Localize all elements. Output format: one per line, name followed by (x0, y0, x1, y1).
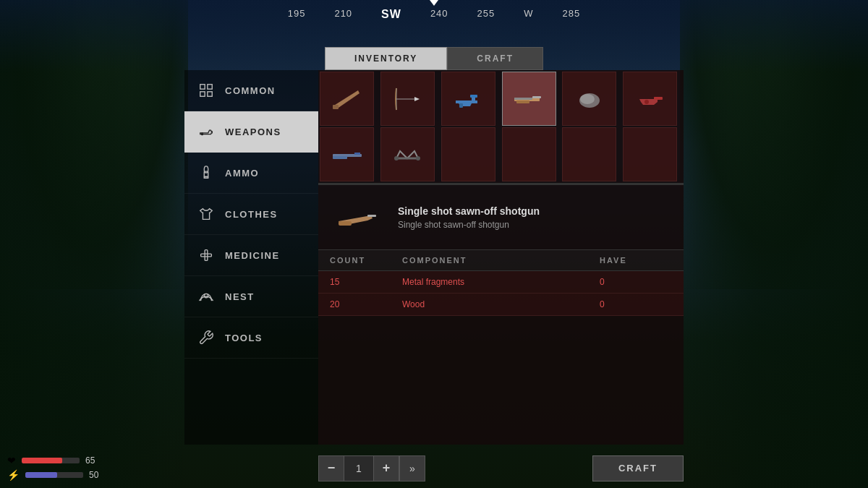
quantity-value: 1 (344, 455, 373, 481)
knife-icon (327, 82, 367, 115)
item-cell-rifle[interactable] (320, 127, 374, 181)
item-cell-empty-3[interactable] (562, 127, 616, 181)
item-cell-knife[interactable] (320, 72, 374, 126)
svg-rect-2 (200, 92, 205, 96)
svg-rect-14 (470, 95, 477, 98)
tree-overlay-left (0, 0, 188, 488)
stamina-fill (25, 472, 57, 478)
svg-point-9 (204, 294, 208, 298)
sidebar-item-medicine[interactable]: MEDICINE (184, 235, 318, 276)
rock-icon (569, 82, 609, 115)
grid-icon (196, 80, 216, 100)
ui-panel: INVENTORY CRAFT COMMON (184, 47, 684, 445)
sidebar: COMMON WEAPONS (184, 70, 318, 445)
sidebar-item-ammo[interactable]: AMMO (184, 153, 318, 194)
item-cell-empty-1[interactable] (441, 127, 495, 181)
components-table: COUNT COMPONENT HAVE 15 Metal fragments … (318, 250, 684, 445)
svg-rect-1 (208, 85, 212, 89)
svg-point-28 (416, 156, 420, 160)
sidebar-item-common[interactable]: COMMON (184, 70, 318, 111)
compass-210: 210 (334, 8, 352, 21)
comp-count-1: 15 (330, 277, 402, 287)
svg-rect-17 (514, 98, 532, 100)
item-detail-description: Single shot sawn-off shotgun (398, 220, 540, 230)
compass-255: 255 (477, 8, 495, 21)
svg-point-21 (580, 94, 595, 104)
svg-rect-8 (201, 254, 212, 257)
tab-bar: INVENTORY CRAFT (184, 47, 684, 70)
compass-240: 240 (430, 8, 448, 21)
craft-button[interactable]: CRAFT (592, 455, 684, 481)
item-detail: Single shot sawn-off shotgun Single shot… (318, 185, 684, 250)
quantity-skip-button[interactable]: » (399, 455, 425, 481)
content-area: Single shot sawn-off shotgun Single shot… (318, 70, 684, 445)
svg-rect-25 (333, 156, 347, 159)
compass-bar: 195 210 SW 240 255 W 285 (0, 0, 868, 29)
svg-rect-10 (333, 105, 339, 109)
compass-sw: SW (381, 8, 401, 21)
tab-inventory[interactable]: INVENTORY (325, 47, 447, 70)
gun-icon (196, 121, 216, 142)
health-progress (22, 458, 80, 463)
health-bar: ❤ 65 (7, 455, 107, 466)
sidebar-label-nest: NEST (225, 291, 255, 302)
sidebar-label-tools: TOOLS (225, 333, 263, 343)
quantity-minus-button[interactable]: − (318, 455, 344, 481)
stamina-value: 50 (89, 470, 107, 480)
svg-rect-22 (654, 97, 663, 100)
tab-craft[interactable]: CRAFT (447, 47, 543, 70)
svg-rect-15 (459, 103, 463, 108)
component-row-wood: 20 Wood 0 (318, 294, 684, 316)
item-detail-text: Single shot sawn-off shotgun Single shot… (398, 205, 540, 230)
item-cell-empty-4[interactable] (623, 127, 677, 181)
svg-rect-29 (339, 221, 352, 226)
bullet-icon (196, 163, 216, 183)
pistol-icon (448, 82, 488, 115)
col-count: COUNT (330, 256, 402, 265)
svg-rect-18 (516, 100, 529, 103)
sidebar-item-weapons[interactable]: WEAPONS (184, 111, 318, 153)
compass-tick-icon (430, 0, 438, 6)
item-cell-trap[interactable] (380, 127, 435, 181)
quantity-plus-button[interactable]: + (373, 455, 399, 481)
svg-rect-3 (208, 92, 212, 96)
comp-have-1: 0 (600, 277, 672, 287)
trap-icon (388, 138, 427, 171)
sidebar-label-ammo: AMMO (225, 168, 259, 179)
sidebar-item-clothes[interactable]: CLOTHES (184, 194, 318, 235)
item-cell-revolver[interactable] (623, 72, 677, 126)
svg-point-23 (644, 100, 649, 104)
comp-have-2: 0 (600, 299, 672, 309)
craft-controls: − 1 + » CRAFT (184, 448, 684, 488)
item-cell-empty-2[interactable] (502, 127, 556, 181)
stamina-bar: ⚡ 50 (7, 469, 107, 481)
revolver-icon (630, 82, 670, 115)
col-have: HAVE (600, 256, 672, 265)
sidebar-item-nest[interactable]: NEST (184, 276, 318, 317)
svg-rect-26 (354, 153, 360, 155)
components-header: COUNT COMPONENT HAVE (318, 250, 684, 271)
svg-marker-13 (414, 97, 420, 101)
item-cell-rock[interactable] (562, 72, 616, 126)
sidebar-label-clothes: CLOTHES (225, 209, 278, 220)
tree-overlay-right (680, 0, 868, 488)
item-cell-bow[interactable] (380, 72, 435, 126)
item-grid (318, 70, 684, 184)
compass-195: 195 (288, 8, 306, 21)
svg-rect-0 (200, 85, 205, 89)
svg-rect-7 (205, 250, 208, 261)
item-cell-pistol[interactable] (441, 72, 495, 126)
rifle-icon (327, 138, 367, 171)
bow-icon (388, 82, 427, 115)
sidebar-item-tools[interactable]: TOOLS (184, 317, 318, 359)
health-fill (22, 458, 62, 463)
stamina-icon: ⚡ (7, 469, 20, 481)
comp-name-2: Wood (402, 299, 600, 309)
stamina-progress (25, 472, 83, 478)
main-content: COMMON WEAPONS (184, 70, 684, 445)
svg-point-27 (394, 156, 399, 160)
compass-numbers: 195 210 SW 240 255 W 285 (288, 8, 581, 21)
svg-rect-19 (532, 96, 541, 98)
item-detail-image (333, 200, 383, 236)
item-cell-shotgun[interactable] (502, 72, 556, 126)
